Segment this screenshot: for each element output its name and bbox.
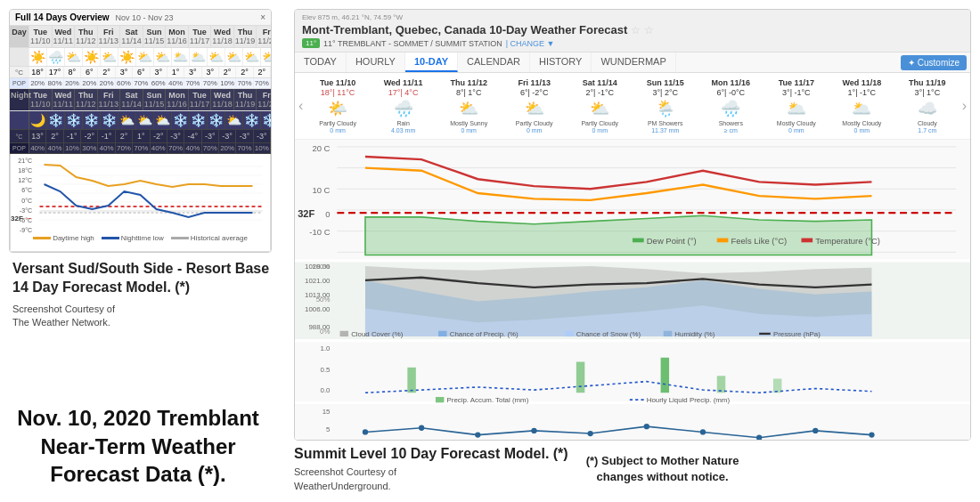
svg-point-74 — [700, 430, 706, 435]
night-day-5: Sun11/15 — [143, 89, 167, 110]
svg-text:1021.00: 1021.00 — [305, 277, 331, 285]
wu-title: Mont-Tremblant, Quebec, Canada 10-Day We… — [302, 23, 627, 36]
svg-text:10 C: 10 C — [312, 185, 330, 195]
widget-title: Full 14 Days Overview Nov 10 - Nov 23 — [15, 12, 173, 22]
pop-1: 80% — [46, 78, 63, 88]
night-temp-3: -2° — [81, 130, 98, 142]
svg-rect-60 — [436, 397, 444, 402]
next-arrow[interactable]: › — [960, 98, 968, 114]
svg-rect-51 — [295, 343, 970, 401]
day-temp-12: 2° — [236, 67, 253, 77]
day-sat-1: Sat11/14 — [120, 26, 143, 47]
left-caption: Versant Sud/South Side - Resort Base 14 … — [9, 260, 285, 329]
night-pop-11: 20% — [219, 143, 236, 153]
wu-day-0: Tue 11/10 18°| 11°C 🌤️ Partly Cloudy 0 m… — [305, 77, 371, 135]
svg-text:0: 0 — [325, 209, 330, 219]
day-temp-1: 17° — [46, 67, 63, 77]
night-icon-3: ❄️ — [83, 111, 101, 129]
night-pop-3: 30% — [81, 143, 98, 153]
nav-today[interactable]: TODAY — [295, 53, 347, 72]
night-pop-1: 40% — [46, 143, 63, 153]
svg-text:Feels Like (°C): Feels Like (°C) — [731, 236, 788, 246]
day-tue-2: Tue11/17 — [189, 26, 212, 47]
night-temp-7: -2° — [151, 130, 167, 142]
close-icon[interactable]: × — [260, 12, 265, 22]
night-icon-11: ⛅ — [225, 111, 243, 129]
day-tue-1: Tue11/10 — [29, 26, 53, 47]
night-day-2: Thu11/12 — [75, 89, 98, 110]
nav-calendar[interactable]: CALENDAR — [458, 53, 530, 72]
day-icon-7: ⛅ — [154, 48, 172, 66]
nav-10day[interactable]: 10-DAY — [405, 53, 458, 72]
night-pop-row: POP 40% 40% 10% 30% 40% 70% 70% 40% 70% … — [10, 143, 271, 154]
resort-title: Versant Sud/South Side - Resort Base 14 … — [12, 260, 282, 297]
wu-day-8: Wed 11/18 1°| -1°C 🌥️ Mostly Cloudy 0 mm — [829, 77, 895, 135]
day-temp-7: 3° — [151, 67, 167, 77]
day-temp-2: 8° — [64, 67, 81, 77]
pop-0: 20% — [29, 78, 46, 88]
night-pop-0: 40% — [29, 143, 46, 153]
day-temp-6: 6° — [133, 67, 150, 77]
summit-title: Summit Level 10 Day Forecast Model. (*) — [294, 446, 568, 462]
night-pop-12: 70% — [236, 143, 253, 153]
wu-nav: TODAY HOURLY 10-DAY CALENDAR HISTORY WUN… — [295, 53, 970, 73]
night-icon-4: ❄️ — [101, 111, 118, 129]
night-temp-2: -1° — [64, 130, 81, 142]
pop-3: 20% — [81, 78, 98, 88]
svg-text:20 C: 20 C — [312, 143, 330, 153]
customize-button[interactable]: ✦ Customize — [901, 55, 967, 70]
night-icons-row: 🌙 ❄️ ❄️ ❄️ ❄️ ⛅ ⛅ ⛅ ❄️ ❄️ ❄️ ⛅ ❄️ ❄️ — [10, 111, 271, 130]
daytime-color-swatch — [33, 237, 51, 239]
temp-badge: 11° — [302, 38, 320, 48]
day-temps-row: °C 18° 17° 8° 6° 2° 3° 6° 3° 1° 3° 3° 2°… — [10, 67, 271, 78]
svg-point-75 — [756, 435, 762, 441]
night-icon-8: ❄️ — [172, 111, 190, 129]
night-pop-9: 40% — [184, 143, 201, 153]
wu-day-4: Sat 11/14 2°| -1°C ⛅ Partly Cloudy 0 mm — [567, 77, 633, 135]
pop-4: 20% — [98, 78, 115, 88]
nav-hourly[interactable]: HOURLY — [347, 53, 405, 72]
svg-rect-42 — [565, 331, 573, 336]
svg-point-76 — [813, 428, 818, 433]
day-icon-1: 🌧️ — [47, 48, 65, 66]
day-icon-0: ☀️ — [29, 48, 47, 66]
day-icon-2: ⛅ — [65, 48, 83, 66]
wu-day-3: Fri 11/13 6°| -2°C ⛅ Partly Cloudy 0 mm — [502, 77, 568, 135]
left-screenshot-credit: Screenshot Courtesy of The Weather Netwo… — [12, 303, 282, 330]
day-icon-3: ☀️ — [83, 48, 101, 66]
svg-text:Dew Point (°): Dew Point (°) — [647, 236, 697, 246]
night-icon-7: ⛅ — [154, 111, 172, 129]
nav-history[interactable]: HISTORY — [530, 53, 592, 72]
prev-arrow[interactable]: ‹ — [297, 98, 305, 114]
wu-change[interactable]: | CHANGE ▼ — [506, 39, 555, 48]
night-pop-6: 70% — [133, 143, 150, 153]
svg-text:Humidity (%): Humidity (%) — [674, 330, 715, 338]
pop-6: 70% — [133, 78, 150, 88]
disclaimer: (*) Subject to Mother Nature changes wit… — [586, 453, 739, 485]
day-temp-4: 2° — [98, 67, 115, 77]
svg-text:Precip. Accum. Total (mm): Precip. Accum. Total (mm) — [447, 397, 529, 405]
star-icon: ☆ — [631, 24, 641, 36]
night-day-9: Thu11/19 — [234, 89, 257, 110]
day-temp-10: 3° — [202, 67, 219, 77]
day-temp-8: 1° — [167, 67, 184, 77]
night-day-6: Mon11/16 — [166, 89, 189, 110]
pop-2: 20% — [64, 78, 81, 88]
day-icon-8: 🌥️ — [172, 48, 190, 66]
wu-station-row: 11° 11° TREMBLANT - SOMMET / SUMMIT STAT… — [302, 38, 963, 48]
main-title-line1: Nov. 10, 2020 Tremblant — [9, 404, 267, 432]
widget-header: Full 14 Days Overview Nov 10 - Nov 23 × — [10, 10, 271, 26]
svg-point-72 — [587, 431, 592, 436]
nav-wundermap[interactable]: WUNDERMAP — [592, 53, 675, 72]
day-icon-12: ⛅ — [243, 48, 261, 66]
day-thu-1: Thu11/12 — [75, 26, 98, 47]
svg-text:32F: 32F — [298, 208, 314, 219]
night-pop-2: 10% — [64, 143, 81, 153]
svg-point-68 — [363, 430, 368, 435]
night-section: Night Tue11/10 Wed11/11 Thu11/12 Fri11/1… — [10, 89, 271, 154]
svg-text:Chance of Precip. (%): Chance of Precip. (%) — [450, 330, 519, 338]
svg-text:1.0: 1.0 — [321, 344, 331, 352]
wu-charts-svg: 32F 20 C 10 C 0 -10 C Dew Point (°) — [295, 140, 970, 441]
days-header-row: Day Tue11/10 Wed11/11 Thu11/12 Fri11/13 … — [10, 26, 271, 48]
main-title-line2: Near-Term Weather Forecast Data (*). — [9, 433, 267, 488]
